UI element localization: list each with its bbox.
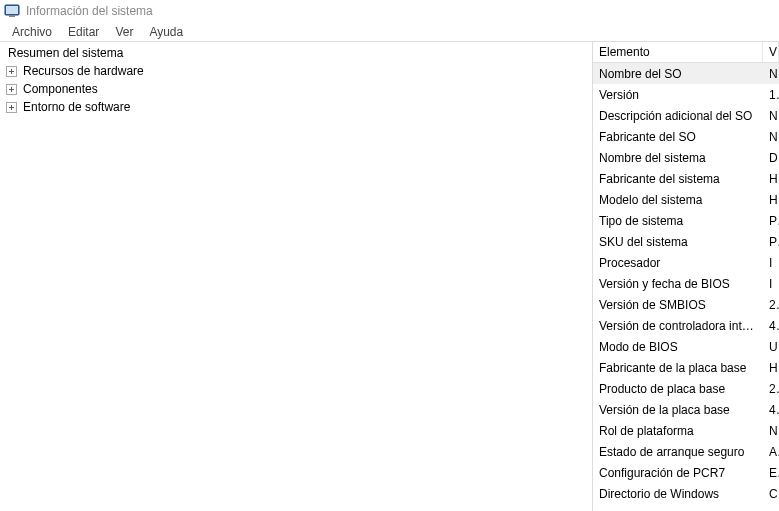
details-cell-value: I	[763, 277, 779, 291]
details-cell-value: D	[763, 151, 779, 165]
details-cell-value: U	[763, 340, 779, 354]
details-body: Nombre del SONVersión1Descripción adicio…	[593, 63, 779, 504]
details-cell-value: N	[763, 67, 779, 81]
details-row[interactable]: Versión de controladora integr...4	[593, 315, 779, 336]
column-header-element[interactable]: Elemento	[593, 42, 763, 62]
details-cell-value: N	[763, 424, 779, 438]
details-cell-value: E	[763, 466, 779, 480]
details-cell-element: Producto de placa base	[593, 382, 763, 396]
details-cell-element: Modelo del sistema	[593, 193, 763, 207]
details-cell-element: Estado de arranque seguro	[593, 445, 763, 459]
details-cell-element: Directorio de Windows	[593, 487, 763, 501]
details-cell-value: H	[763, 193, 779, 207]
tree-node-software-environment[interactable]: Entorno de software	[6, 98, 592, 116]
details-cell-value: A	[763, 445, 779, 459]
details-row[interactable]: Rol de plataformaN	[593, 420, 779, 441]
details-cell-value: P	[763, 235, 779, 249]
tree-node-hardware-resources[interactable]: Recursos de hardware	[6, 62, 592, 80]
tree-root-label: Resumen del sistema	[8, 46, 123, 60]
details-cell-value: H	[763, 361, 779, 375]
details-header: Elemento V	[593, 42, 779, 63]
tree-pane[interactable]: Resumen del sistema Recursos de hardware…	[0, 42, 593, 511]
details-row[interactable]: Nombre del SON	[593, 63, 779, 84]
details-row[interactable]: Estado de arranque seguroA	[593, 441, 779, 462]
details-cell-value: H	[763, 172, 779, 186]
svg-rect-2	[9, 15, 15, 17]
menubar: Archivo Editar Ver Ayuda	[0, 22, 779, 41]
details-row[interactable]: Configuración de PCR7E	[593, 462, 779, 483]
details-cell-value: 1	[763, 88, 779, 102]
details-cell-value: I	[763, 256, 779, 270]
window-title: Información del sistema	[26, 4, 153, 18]
details-cell-element: Versión y fecha de BIOS	[593, 277, 763, 291]
details-cell-element: Modo de BIOS	[593, 340, 763, 354]
details-cell-element: Versión de SMBIOS	[593, 298, 763, 312]
plus-icon[interactable]	[6, 102, 17, 113]
details-cell-value: 4	[763, 319, 779, 333]
titlebar[interactable]: Información del sistema	[0, 0, 779, 22]
plus-icon[interactable]	[6, 66, 17, 77]
details-cell-element: Fabricante del sistema	[593, 172, 763, 186]
details-cell-value: 2	[763, 298, 779, 312]
menu-editar[interactable]: Editar	[62, 24, 105, 40]
details-row[interactable]: ProcesadorI	[593, 252, 779, 273]
details-row[interactable]: Directorio de WindowsC	[593, 483, 779, 504]
details-cell-element: Tipo de sistema	[593, 214, 763, 228]
details-cell-element: Fabricante de la placa base	[593, 361, 763, 375]
menu-ver[interactable]: Ver	[109, 24, 139, 40]
tree-node-components[interactable]: Componentes	[6, 80, 592, 98]
details-cell-value: 2	[763, 382, 779, 396]
details-cell-element: Fabricante del SO	[593, 130, 763, 144]
msinfo32-icon	[4, 3, 20, 19]
details-row[interactable]: Nombre del sistemaD	[593, 147, 779, 168]
details-row[interactable]: Modo de BIOSU	[593, 336, 779, 357]
tree-children: Recursos de hardware Componentes Entorno…	[0, 62, 592, 116]
details-cell-element: SKU del sistema	[593, 235, 763, 249]
svg-rect-1	[6, 6, 18, 14]
details-row[interactable]: Fabricante de la placa baseH	[593, 357, 779, 378]
column-header-value[interactable]: V	[763, 42, 779, 62]
details-row[interactable]: Versión y fecha de BIOSI	[593, 273, 779, 294]
details-cell-element: Nombre del SO	[593, 67, 763, 81]
details-cell-value: C	[763, 487, 779, 501]
details-cell-element: Descripción adicional del SO	[593, 109, 763, 123]
details-cell-value: 4	[763, 403, 779, 417]
menu-archivo[interactable]: Archivo	[6, 24, 58, 40]
details-cell-element: Rol de plataforma	[593, 424, 763, 438]
details-row[interactable]: Descripción adicional del SON	[593, 105, 779, 126]
details-cell-element: Configuración de PCR7	[593, 466, 763, 480]
tree-node-label: Recursos de hardware	[21, 63, 146, 79]
tree-node-label: Entorno de software	[21, 99, 132, 115]
details-cell-element: Nombre del sistema	[593, 151, 763, 165]
details-row[interactable]: SKU del sistemaP	[593, 231, 779, 252]
details-cell-element: Versión de la placa base	[593, 403, 763, 417]
details-row[interactable]: Versión de la placa base4	[593, 399, 779, 420]
details-cell-value: N	[763, 109, 779, 123]
details-row[interactable]: Fabricante del SON	[593, 126, 779, 147]
menu-ayuda[interactable]: Ayuda	[143, 24, 189, 40]
details-row[interactable]: Versión1	[593, 84, 779, 105]
plus-icon[interactable]	[6, 84, 17, 95]
details-pane[interactable]: Elemento V Nombre del SONVersión1Descrip…	[593, 42, 779, 511]
details-cell-element: Versión	[593, 88, 763, 102]
details-cell-element: Versión de controladora integr...	[593, 319, 763, 333]
details-cell-element: Procesador	[593, 256, 763, 270]
details-row[interactable]: Versión de SMBIOS2	[593, 294, 779, 315]
tree-node-label: Componentes	[21, 81, 100, 97]
client-area: Resumen del sistema Recursos de hardware…	[0, 41, 779, 511]
details-cell-value: N	[763, 130, 779, 144]
details-row[interactable]: Fabricante del sistemaH	[593, 168, 779, 189]
details-cell-value: P	[763, 214, 779, 228]
details-row[interactable]: Modelo del sistemaH	[593, 189, 779, 210]
details-row[interactable]: Producto de placa base2	[593, 378, 779, 399]
details-row[interactable]: Tipo de sistemaP	[593, 210, 779, 231]
tree-root-system-summary[interactable]: Resumen del sistema	[0, 44, 592, 62]
